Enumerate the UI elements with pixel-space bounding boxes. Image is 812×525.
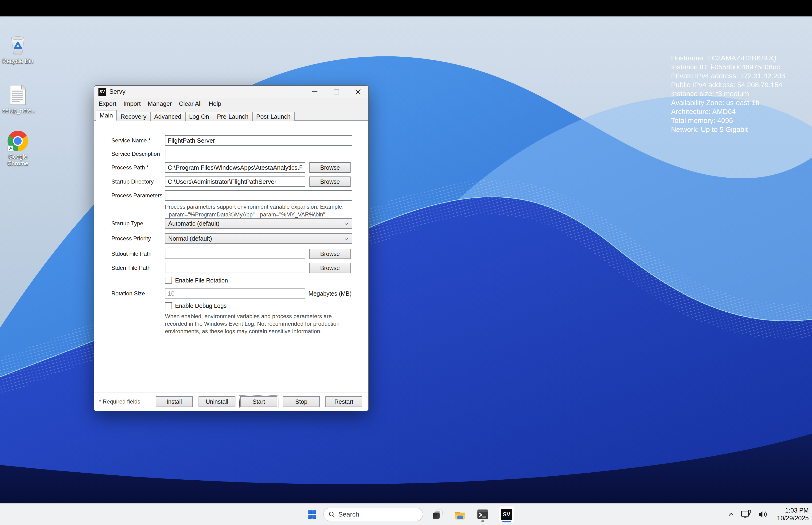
- close-icon: [355, 89, 361, 95]
- clock-time: 1:03 PM: [777, 507, 809, 514]
- process-priority-value: Normal (default): [168, 235, 212, 242]
- startup-type-value: Automatic (default): [168, 220, 219, 227]
- desktop-icon-recycle-bin[interactable]: Recycle Bin: [2, 35, 33, 65]
- taskbar: Search: [0, 504, 812, 525]
- service-description-input[interactable]: [165, 149, 352, 159]
- desktop-icon-label: setup_note...: [2, 107, 33, 114]
- service-description-label: Service Description: [111, 149, 165, 159]
- stdout-file-path-input[interactable]: [165, 249, 305, 259]
- servy-taskbar-button[interactable]: SV: [499, 506, 514, 523]
- servy-taskbar-icon: SV: [501, 509, 512, 520]
- servy-window: SV Servy Export Import Manager Clear All: [94, 85, 369, 411]
- stderr-browse-button[interactable]: Browse: [309, 263, 351, 273]
- maximize-button[interactable]: [330, 87, 343, 97]
- file-explorer-button[interactable]: [454, 506, 467, 523]
- search-box[interactable]: Search: [323, 508, 423, 521]
- windows-start-icon: [308, 510, 317, 519]
- menu-help[interactable]: Help: [205, 98, 225, 109]
- network-icon[interactable]: [741, 510, 752, 519]
- rotation-size-unit: Megabytes (MB): [308, 288, 352, 299]
- instance-info: Hostname: EC2AMAZ-H2BKSUQ Instance ID: i…: [671, 54, 785, 134]
- startup-directory-label: Startup Directory: [111, 177, 165, 187]
- task-view-button[interactable]: [431, 506, 444, 523]
- enable-file-rotation-label: Enable File Rotation: [175, 277, 228, 284]
- stdout-browse-button[interactable]: Browse: [309, 249, 351, 259]
- instance-info-line: Availability Zone: us-east-1b: [671, 98, 785, 107]
- main-tab-content: Service Name * Service Description Proce…: [94, 121, 368, 411]
- desktop-icon-google-chrome[interactable]: GoogleChrome: [2, 130, 33, 167]
- terminal-button[interactable]: [476, 506, 489, 523]
- volume-icon[interactable]: [758, 510, 768, 519]
- uninstall-button[interactable]: Uninstall: [199, 396, 235, 407]
- enable-debug-logs-checkbox[interactable]: [165, 302, 172, 309]
- file-explorer-icon: [454, 508, 466, 521]
- required-fields-note: * Required fields: [99, 398, 140, 405]
- chevron-down-icon: [344, 222, 349, 226]
- close-button[interactable]: [351, 87, 365, 97]
- process-parameters-help: Process parameters support environment v…: [165, 203, 343, 218]
- debug-logs-note: When enabled, environment variables and …: [165, 313, 339, 335]
- window-footer: * Required fields Install Uninstall Star…: [94, 392, 368, 411]
- restart-button[interactable]: Restart: [325, 396, 362, 407]
- tab-post-launch[interactable]: Post-Launch: [252, 112, 295, 121]
- menu-export[interactable]: Export: [95, 98, 120, 109]
- servy-window-icon: SV: [98, 88, 106, 96]
- search-placeholder: Search: [338, 511, 359, 518]
- tab-advanced[interactable]: Advanced: [150, 112, 185, 121]
- enable-debug-logs-label: Enable Debug Logs: [175, 302, 227, 309]
- enable-debug-logs-row: Enable Debug Logs: [165, 302, 227, 309]
- process-path-browse-button[interactable]: Browse: [309, 162, 351, 173]
- tab-main[interactable]: Main: [96, 110, 117, 121]
- startup-type-dropdown[interactable]: Automatic (default): [165, 218, 352, 229]
- process-priority-label: Process Priority: [111, 234, 165, 244]
- service-name-input[interactable]: [165, 135, 352, 146]
- active-app-indicator: [502, 521, 511, 522]
- process-path-label: Process Path *: [111, 162, 165, 173]
- instance-info-line: Architecture: AMD64: [671, 107, 785, 116]
- chevron-down-icon: [344, 237, 349, 241]
- window-titlebar: SV Servy: [94, 86, 368, 98]
- enable-file-rotation-checkbox[interactable]: [165, 277, 172, 284]
- start-button[interactable]: Start: [240, 396, 277, 407]
- recycle-bin-icon: [2, 35, 33, 56]
- process-priority-dropdown[interactable]: Normal (default): [165, 234, 352, 244]
- instance-info-line: Network: Up to 5 Gigabit: [671, 125, 785, 134]
- top-letterbox-bar: [0, 0, 812, 16]
- instance-info-line: Public IPv4 address: 54.208.79.154: [671, 80, 785, 89]
- process-parameters-label: Process Parameters: [111, 190, 165, 201]
- instance-info-line: Instance size: t3.medium: [671, 89, 785, 98]
- menu-manager[interactable]: Manager: [144, 98, 175, 109]
- menu-import[interactable]: Import: [120, 98, 144, 109]
- process-parameters-input[interactable]: [165, 190, 352, 201]
- tab-log-on[interactable]: Log On: [185, 112, 213, 121]
- minimize-button[interactable]: [308, 87, 322, 97]
- desktop-icon-label: GoogleChrome: [2, 153, 33, 167]
- tray-chevron-up-icon[interactable]: [727, 512, 735, 517]
- instance-info-line: Private IPv4 address: 172.31.42.203: [671, 72, 785, 80]
- running-indicator: [481, 520, 485, 522]
- clock[interactable]: 1:03 PM 10/29/2025: [777, 507, 809, 522]
- terminal-icon: [477, 509, 489, 520]
- start-button-taskbar[interactable]: [305, 506, 319, 523]
- process-path-input[interactable]: [165, 162, 305, 173]
- desktop-icon-setup-note[interactable]: setup_note...: [2, 84, 33, 114]
- minimize-icon: [312, 91, 318, 92]
- search-icon: [328, 511, 335, 518]
- tab-pre-launch[interactable]: Pre-Launch: [213, 112, 252, 121]
- document-icon: [2, 84, 33, 106]
- rotation-size-input[interactable]: [165, 288, 305, 299]
- tab-recovery[interactable]: Recovery: [117, 112, 150, 121]
- maximize-icon: [334, 89, 339, 94]
- stderr-file-path-input[interactable]: [165, 263, 305, 273]
- window-title: Servy: [109, 88, 125, 95]
- menu-clear-all[interactable]: Clear All: [175, 98, 205, 109]
- enable-file-rotation-row: Enable File Rotation: [165, 277, 228, 284]
- stdout-file-path-label: Stdout File Path: [111, 249, 165, 259]
- startup-directory-browse-button[interactable]: Browse: [309, 177, 351, 187]
- stderr-file-path-label: Stderr File Path: [111, 263, 165, 273]
- stop-button[interactable]: Stop: [283, 396, 320, 407]
- startup-directory-input[interactable]: [165, 177, 305, 187]
- task-view-icon: [432, 508, 444, 521]
- install-button[interactable]: Install: [156, 396, 193, 407]
- clock-date: 10/29/2025: [777, 514, 809, 522]
